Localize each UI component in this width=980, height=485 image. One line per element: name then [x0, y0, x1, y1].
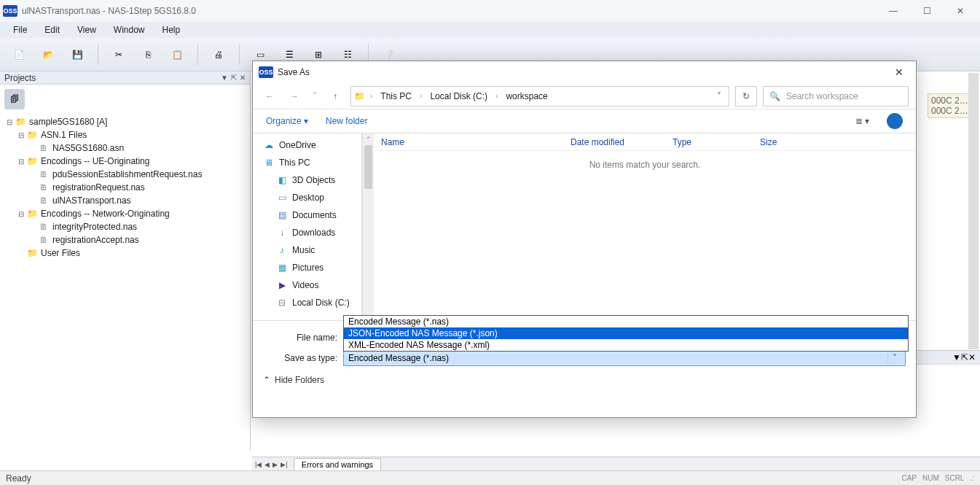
folder-icon: 📁 — [26, 209, 38, 219]
menu-file[interactable]: File — [4, 23, 36, 37]
column-name[interactable]: Name — [374, 137, 563, 147]
dialog-title: Save As — [278, 67, 888, 77]
nav-tree-item[interactable]: ☁OneDrive — [253, 136, 361, 154]
vertical-scrollbar[interactable] — [968, 73, 979, 349]
toolbar-copy-icon[interactable]: ⎘ — [136, 43, 160, 66]
folder-icon: 📁 — [26, 156, 38, 166]
output-pin-icon[interactable]: ⇱ — [961, 352, 968, 362]
view-mode-button[interactable]: ≣ ▾ — [855, 116, 869, 126]
nav-tree-item[interactable]: ◧3D Objects — [253, 171, 361, 189]
output-close-icon[interactable]: ✕ — [968, 352, 976, 362]
save-type-select[interactable]: Encoded Message (*.nas) ˅ — [343, 350, 906, 366]
column-date[interactable]: Date modified — [563, 137, 665, 147]
hide-folders-button[interactable]: ⌃ Hide Folders — [263, 375, 324, 385]
status-bar: Ready CAP NUM SCRL .: — [0, 470, 980, 485]
tree-twisty-icon[interactable]: ⊟ — [4, 118, 15, 126]
scroll-up-icon[interactable]: ⌃ — [363, 133, 374, 145]
toolbar-cut-icon[interactable]: ✂ — [107, 43, 130, 66]
panel-dropdown-icon[interactable]: ▼ — [221, 74, 228, 82]
dialog-close-button[interactable]: ✕ — [888, 66, 910, 78]
organize-button[interactable]: Organize ▾ — [266, 116, 308, 126]
projects-panel-title: Projects — [4, 73, 36, 83]
breadcrumb-bar[interactable]: 📁 › This PC › Local Disk (C:) › workspac… — [350, 86, 729, 106]
tree-item[interactable]: ⊟📁Encodings -- UE-Originating — [3, 155, 250, 168]
crumb-dropdown-icon[interactable]: ˅ — [713, 91, 726, 101]
column-size[interactable]: Size — [753, 137, 811, 147]
panel-close-icon[interactable]: ✕ — [240, 74, 246, 82]
first-tab-icon[interactable]: |◀ — [255, 461, 262, 468]
project-tree[interactable]: ⊟📁sample5GS1680 [A]⊟📁ASN.1 Files🗎NAS5GS1… — [0, 115, 250, 260]
save-type-dropdown[interactable]: Encoded Message (*.nas)JSON-Encoded NAS … — [343, 315, 909, 352]
tab-nav[interactable]: |◀ ◀ ▶ ▶| — [252, 461, 291, 468]
nav-tree-label: OneDrive — [279, 140, 316, 150]
toolbar-print-icon[interactable]: 🖨 — [207, 43, 230, 66]
back-button[interactable]: ← — [260, 87, 279, 106]
forward-button[interactable]: → — [285, 87, 304, 106]
nav-tree-item[interactable]: 🖥This PC — [253, 154, 361, 171]
close-button[interactable]: ✕ — [944, 0, 977, 22]
tree-item[interactable]: ⊟📁ASN.1 Files — [3, 128, 250, 141]
toolbar-paste-icon[interactable]: 📋 — [165, 43, 189, 66]
nav-tree-item[interactable]: ↓Downloads — [253, 224, 361, 241]
crumb-local-disk[interactable]: Local Disk (C:) — [427, 91, 490, 101]
tree-item[interactable]: 🗎ulNASTransport.nas — [3, 194, 250, 207]
nav-tree-item[interactable]: ▦Pictures — [253, 259, 361, 276]
nav-tree-icon: ▦ — [276, 263, 288, 273]
tree-item[interactable]: 🗎NAS5GS1680.asn — [3, 141, 250, 155]
search-field[interactable]: 🔍 Search workspace — [763, 86, 909, 106]
refresh-button[interactable]: ↻ — [735, 86, 757, 106]
crumb-workspace[interactable]: workspace — [503, 91, 550, 101]
last-tab-icon[interactable]: ▶| — [281, 461, 287, 468]
output-dropdown-icon[interactable]: ▼ — [952, 352, 961, 362]
tree-twisty-icon[interactable]: ⊟ — [16, 158, 26, 166]
file-icon: 🗎 — [38, 222, 50, 232]
save-type-dropdown-icon[interactable]: ˅ — [887, 353, 901, 363]
tree-twisty-icon[interactable]: ⊟ — [16, 131, 26, 139]
list-header[interactable]: Name Date modified Type Size — [374, 133, 916, 151]
nav-tree-scrollbar[interactable]: ⌃ — [362, 133, 374, 320]
column-type[interactable]: Type — [665, 137, 753, 147]
menu-window[interactable]: Window — [105, 23, 154, 37]
maximize-button[interactable]: ☐ — [910, 0, 944, 22]
file-list[interactable]: Name Date modified Type Size No items ma… — [374, 133, 916, 320]
menu-edit[interactable]: Edit — [36, 23, 68, 37]
tree-item[interactable]: 📁User Files — [3, 247, 250, 260]
nav-tree-item[interactable]: ▭Desktop — [253, 189, 361, 206]
toolbar-save-icon[interactable]: 💾 — [66, 43, 89, 66]
tree-item[interactable]: ⊟📁sample5GS1680 [A] — [3, 115, 250, 128]
nav-tree-item[interactable]: ▶Videos — [253, 276, 361, 294]
toolbar-new-icon[interactable]: 📄 — [7, 43, 31, 66]
prev-tab-icon[interactable]: ◀ — [264, 461, 270, 468]
type-option[interactable]: XML-Encoded NAS Message (*.xml) — [344, 339, 908, 351]
nav-tree-item[interactable]: ⊟Local Disk (C:) — [253, 294, 361, 311]
menu-view[interactable]: View — [68, 23, 105, 37]
forward-history-dropdown[interactable]: ˅ — [310, 87, 320, 106]
toolbar-open-icon[interactable]: 📂 — [36, 43, 60, 66]
next-tab-icon[interactable]: ▶ — [273, 461, 278, 468]
tree-item[interactable]: 🗎registrationRequest.nas — [3, 181, 250, 194]
up-button[interactable]: ↑ — [326, 87, 345, 106]
dialog-nav-tree[interactable]: ☁OneDrive🖥This PC◧3D Objects▭Desktop▤Doc… — [253, 133, 362, 320]
nav-tree-item[interactable]: ▤Documents — [253, 206, 361, 224]
panel-pin-icon[interactable]: ⇱ — [231, 74, 237, 82]
help-button[interactable]: ? — [887, 113, 903, 129]
nav-tree-label: This PC — [279, 158, 310, 168]
tree-item[interactable]: ⊟📁Encodings -- Network-Originating — [3, 207, 250, 220]
type-option[interactable]: JSON-Encoded NAS Message (*.json) — [344, 327, 908, 339]
scroll-thumb[interactable] — [364, 145, 372, 189]
tree-item[interactable]: 🗎integrityProtected.nas — [3, 220, 250, 233]
tab-errors-warnings[interactable]: Errors and warnings — [294, 458, 381, 470]
menu-help[interactable]: Help — [154, 23, 189, 37]
file-icon: 🗎 — [38, 195, 50, 206]
type-option[interactable]: Encoded Message (*.nas) — [344, 316, 908, 327]
nav-tree-item[interactable]: ♪Music — [253, 241, 361, 259]
crumb-this-pc[interactable]: This PC — [377, 91, 415, 101]
minimize-button[interactable]: — — [877, 0, 910, 22]
files-group-icon[interactable]: 🗐 — [4, 89, 25, 109]
tree-item[interactable]: 🗎pduSessionEstablishmentRequest.nas — [3, 168, 250, 181]
new-folder-button[interactable]: New folder — [326, 116, 367, 126]
resize-grip-icon[interactable]: .: — [970, 474, 974, 482]
save-as-dialog: OSS Save As ✕ ← → ˅ ↑ 📁 › This PC › Loca… — [252, 61, 917, 418]
tree-twisty-icon[interactable]: ⊟ — [16, 210, 26, 218]
tree-item[interactable]: 🗎registrationAccept.nas — [3, 233, 250, 247]
